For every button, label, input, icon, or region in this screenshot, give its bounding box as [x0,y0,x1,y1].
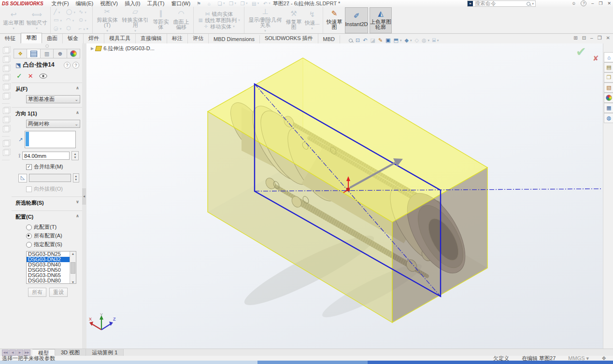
feature-cube-icon[interactable] [3,150,9,156]
view-settings-icon[interactable]: ⌸ [432,37,436,43]
spline-icon[interactable]: ∿ ▾ [78,9,90,15]
from-dropdown[interactable]: 草图基准面 ⌄ [26,95,80,103]
feature-cube-icon[interactable] [3,56,9,63]
tab-sheet-metal[interactable]: 钣金 [63,34,84,43]
feature-cube-icon[interactable] [3,140,9,147]
tab-features[interactable]: 特征 [0,34,21,43]
home-icon[interactable]: ⌂ [204,1,214,6]
dimxpertmanager-tab[interactable]: ⊕ [54,49,67,58]
doc-tile-icon[interactable]: ⊟ [582,35,586,41]
display-style-icon[interactable]: ◆ [404,37,408,43]
corner-rectangle-icon[interactable]: ▭ ▾ [53,17,65,23]
offset-entities-button[interactable]: ∥ 等距实体 [151,11,171,30]
confirmation-ok-icon[interactable]: ✔ [576,44,586,59]
direction-reference-box[interactable] [25,131,76,148]
tab-mbd-dimensions[interactable]: MBD Dimensions [209,35,260,43]
help-icon[interactable]: ? [581,0,586,6]
breadcrumb[interactable]: ▶ 6.拉伸法 (DSG03-D... [91,45,155,52]
feature-cube-icon[interactable] [3,108,9,114]
linear-sketch-pattern-button[interactable]: ▦ 线性草图阵列 ▾ [198,17,240,23]
this-configuration-radio[interactable] [26,224,32,230]
tab-direct-editing[interactable]: 直接编辑 [136,34,167,43]
apply-scene-icon[interactable]: ◍ [422,37,427,43]
quick-snaps-button[interactable]: ↯ 快速... ▾ [303,12,321,29]
previous-view-icon[interactable]: ↶ [363,37,367,43]
circle-icon[interactable]: ◯ ▾ [65,9,78,15]
open-caret-icon[interactable]: ▾ [235,1,237,5]
configurationmanager-tab[interactable]: ▥ [41,49,54,58]
end-condition-dropdown[interactable]: 两侧对称 ⌄ [26,120,80,128]
search-caret-icon[interactable]: ▾ [532,2,534,6]
appearances-tab[interactable] [604,93,613,103]
appearance-icon[interactable]: ▣ [385,37,390,43]
shaded-sketch-contours-button[interactable]: ◭ 上色草图轮廓 [370,7,392,33]
ok-button[interactable]: ✓ [16,72,22,80]
collapse-chevron-icon[interactable]: ∧ [76,213,79,221]
repair-sketch-button[interactable]: ⚒ 修复草图 [284,11,303,30]
move-entities-button[interactable]: ✛ 移动实体 ▾ [203,24,235,29]
offset-on-surface-button[interactable]: ◠ 曲面上偏移 [171,11,191,30]
all-configurations-radio[interactable] [26,233,32,239]
list-scrollbar[interactable]: ▲▼ [70,252,76,284]
save-caret-icon[interactable]: ▾ [246,1,248,5]
smart-dimension-button[interactable]: ⟺ 智能尺寸 ▾ [25,12,48,29]
expand-chevron-icon[interactable]: ∨ [76,199,79,207]
menu-tools[interactable]: 工具(T) [143,0,168,7]
depth-input[interactable]: 84.00mm [22,152,70,160]
doc-minimize-button[interactable]: – [590,35,593,41]
hide-show-items-icon[interactable]: ◇ [414,37,418,43]
convert-entities-button[interactable]: ▱ 转换实体引用 ▾ [120,9,151,31]
fillet-icon[interactable]: ◶ ▾ [53,25,65,31]
design-library-tab[interactable]: ▤ [604,62,613,72]
undo-caret-icon[interactable]: ▾ [269,1,271,5]
merge-result-checkbox[interactable]: ✓ [26,164,32,170]
menu-insert[interactable]: 插入(I) [121,0,143,7]
from-header[interactable]: 从(F) [15,85,28,93]
mirror-entities-button[interactable]: ⋈ 镜向实体 [205,11,233,17]
view-orientation-icon[interactable]: ⬒ [394,37,399,43]
scroll-down-icon[interactable]: ▼ [71,280,75,284]
reset-button[interactable]: 重设 [49,288,68,297]
point-icon[interactable]: ⌐ ▾ ▪ [78,26,90,31]
tab-surfaces[interactable]: 曲面 [42,34,63,43]
tab-weldments[interactable]: 焊件 [84,34,104,43]
line-icon[interactable]: ╱ ▾ [53,9,65,15]
trim-entities-button[interactable]: ✂ 剪裁实体(T) ▾ [95,9,120,31]
custom-properties-tab[interactable]: ▦ [604,103,613,113]
propertymanager-tab[interactable] [27,49,40,58]
pin-menu-icon[interactable]: ⚑ [197,1,201,6]
doc-close-button[interactable]: ✕ [606,35,610,41]
all-button[interactable]: 所有 [28,288,46,297]
breadcrumb-expand-icon[interactable]: ▶ [91,46,94,51]
feature-cube-icon[interactable] [3,126,9,132]
confirmation-cancel-icon[interactable]: ✘ [593,54,599,63]
tab-3d-views[interactable]: 3D 视图 [55,349,86,356]
help-question-icon[interactable]: ? [72,62,79,69]
draft-button[interactable]: ◺ [18,174,27,182]
ellipse-icon[interactable]: ⊙ ▾ [78,17,90,23]
file-explorer-tab[interactable]: ❐ [604,72,613,83]
graphics-viewport[interactable]: X Y Z [86,43,603,349]
feature-cube-icon[interactable] [3,84,9,90]
tab-sketch[interactable]: 草图 [21,33,42,43]
list-item[interactable]: DSG03-DN80 [27,278,76,283]
arc-icon[interactable]: ◠ ▾ [65,17,78,23]
print-caret-icon[interactable]: ▾ [257,1,259,5]
collapse-chevron-icon[interactable]: ∧ [76,85,79,93]
tab-mbd[interactable]: MBD [318,35,340,43]
view-settings-caret-icon[interactable]: ▾ [437,39,439,42]
depth-spinner[interactable]: ▲▼ [71,151,79,160]
doc-restore-button[interactable]: ❐ [598,35,602,41]
user-account-icon[interactable]: ☺ [571,1,576,6]
section-view-icon[interactable]: ◪ [370,37,375,43]
feature-cube-icon[interactable] [3,93,9,99]
tab-mold-tools[interactable]: 模具工具 [104,34,136,43]
breadcrumb-label[interactable]: 6.拉伸法 (DSG03-D... [103,45,155,52]
featuremanager-tab[interactable]: ❖ [14,49,27,58]
instant2d-button[interactable]: ✐ Instant2D [345,7,368,33]
minimize-button[interactable]: – [591,1,594,6]
feature-cube-icon[interactable] [3,75,9,81]
feature-cube-icon[interactable] [3,66,9,72]
rapid-sketch-button[interactable]: ✎ 快速草图 [325,11,343,30]
exit-sketch-button[interactable]: ↩ 退出草图 ▾ [2,12,25,29]
